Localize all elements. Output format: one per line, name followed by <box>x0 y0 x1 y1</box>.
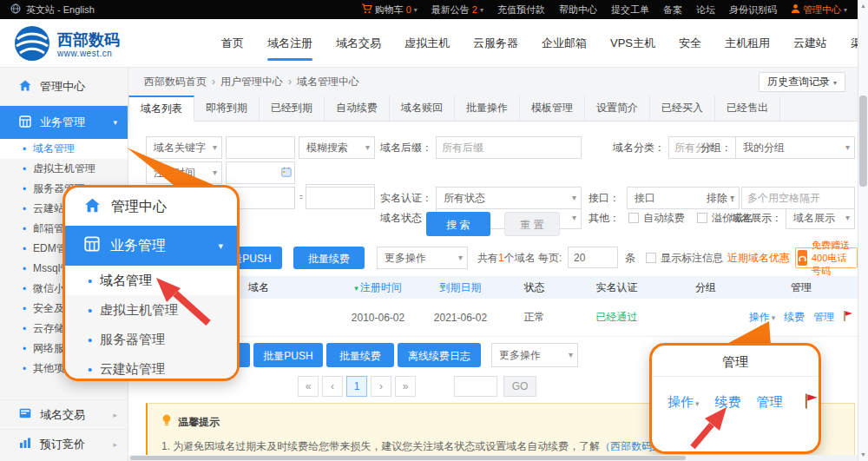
page-next-button[interactable]: › <box>371 376 391 397</box>
sidebar-submenu-item[interactable]: 域名管理 <box>0 139 128 159</box>
topbar-link[interactable]: 提交工单 <box>611 3 649 16</box>
brand-logo[interactable]: 西部数码 www.west.cn <box>14 25 120 64</box>
keyword-input[interactable] <box>226 136 295 159</box>
cell-realname-status: 已经通过 <box>567 310 667 325</box>
per-page-input[interactable] <box>568 247 618 268</box>
more-actions-select-2[interactable]: 更多操作 <box>491 343 578 367</box>
tab-item[interactable]: 模板管理 <box>520 95 585 121</box>
cell-status: 正常 <box>502 310 567 325</box>
popup-action-dropdown[interactable]: 操作▾ <box>667 394 700 411</box>
nav-item[interactable]: 云服务器 <box>473 19 518 68</box>
page-jump-input[interactable] <box>454 376 497 397</box>
nav-item[interactable]: 主机租用 <box>725 19 770 68</box>
page-last-button[interactable]: » <box>395 376 416 397</box>
tab-item[interactable]: 自动续费 <box>325 95 390 121</box>
page-prev-button[interactable]: ‹ <box>322 376 343 397</box>
nav-item[interactable]: 域名注册 <box>267 19 312 68</box>
vertical-scrollbar[interactable]: ▲ ▼ <box>858 0 868 461</box>
nav-item[interactable]: 虚拟主机 <box>404 19 450 68</box>
regtime-select[interactable]: 注册时间 <box>146 161 222 184</box>
page-go-button[interactable]: GO <box>503 376 536 397</box>
fuzzy-search-select[interactable]: 模糊搜索 <box>299 136 375 159</box>
bar-chart-icon <box>19 438 31 451</box>
popup-submenu-item[interactable]: 服务器管理 <box>65 325 237 354</box>
tab-item[interactable]: 即将到期 <box>194 95 260 121</box>
nav-item[interactable]: 云建站 <box>793 19 827 68</box>
cart-button[interactable]: 购物车 0 ▾ <box>361 3 418 16</box>
show-note-checkbox[interactable]: 显示标注信息 <box>646 247 723 269</box>
flag-icon[interactable] <box>843 310 853 325</box>
more-actions-select[interactable]: 更多操作 <box>377 247 468 269</box>
popup-renew-link[interactable]: 续费 <box>715 394 741 411</box>
row-action-dropdown[interactable]: 操作▾ <box>749 310 776 325</box>
tab-item[interactable]: 设置简介 <box>585 95 650 121</box>
col-reg-time[interactable]: ▾注册时间 <box>337 280 419 295</box>
group-select[interactable]: 我的分组 <box>735 136 855 159</box>
tab-item[interactable]: 已经售出 <box>715 95 780 121</box>
nav-item[interactable]: 域名交易 <box>336 19 381 68</box>
sidebar-item-domain-trade[interactable]: 域名交易 ▸ <box>0 399 128 429</box>
nav-item[interactable]: 企业邮箱 <box>542 19 587 68</box>
tab-item[interactable]: 批量操作 <box>455 95 520 121</box>
batch-renew-button-2[interactable]: 批量续费 <box>326 343 394 367</box>
sidebar-item-auction[interactable]: 预订竞价 ▸ <box>0 429 128 458</box>
date-to-input2[interactable] <box>306 187 375 209</box>
keyword-type-select[interactable]: 域名关键字 <box>146 136 222 159</box>
sidebar-group-business[interactable]: 业务管理 ▾ <box>0 106 128 139</box>
language-switch[interactable]: 英文站 - English <box>26 3 95 16</box>
popup-submenu-label: 服务器管理 <box>100 332 165 348</box>
sidebar-submenu-item[interactable]: 虚拟主机管理 <box>0 159 128 179</box>
popup-submenu-item[interactable]: 虚拟主机管理 <box>65 295 237 325</box>
breadcrumb-separator: › <box>212 68 215 95</box>
col-manage: 管理 <box>745 280 858 295</box>
col-expire-date[interactable]: 到期日期 <box>419 280 502 295</box>
topbar-link[interactable]: 身份识别码 <box>729 3 777 16</box>
exclude-input[interactable] <box>741 187 855 209</box>
search-button[interactable]: 搜 索 <box>426 212 490 236</box>
popup-business-group[interactable]: 业务管理 ▾ <box>65 226 237 266</box>
row-renew-link[interactable]: 续费 <box>784 310 805 325</box>
nav-item[interactable]: 首页 <box>221 19 244 68</box>
promo-400-badge[interactable]: 免费赠送400电话号码 <box>795 247 858 268</box>
batch-push-button-2[interactable]: 批量PUSH <box>253 343 323 367</box>
breadcrumb-row: 西部数码首页 › 用户管理中心 › 域名管理中心 历史查询记录▾ <box>128 68 858 95</box>
date-from-input[interactable] <box>226 161 295 184</box>
nav-item[interactable]: VPS主机 <box>610 19 655 68</box>
offline-renew-log-button[interactable]: 离线续费日志 <box>398 343 481 367</box>
scrollbar-thumb[interactable] <box>130 456 686 460</box>
sidebar-item-management-center[interactable]: 管理中心 <box>0 68 128 106</box>
popup-manage-link[interactable]: 管理 <box>757 394 783 411</box>
tab-item[interactable]: 域名列表 <box>128 95 194 122</box>
suffix-input[interactable] <box>436 136 582 159</box>
horizontal-scrollbar[interactable] <box>128 455 858 461</box>
scrollbar-thumb[interactable] <box>859 95 867 187</box>
popup-management-center[interactable]: 管理中心 <box>65 188 237 226</box>
grid-icon <box>84 236 100 255</box>
page-first-button[interactable]: « <box>298 376 319 397</box>
scroll-up-icon[interactable]: ▲ <box>858 1 868 11</box>
tab-item[interactable]: 域名赎回 <box>390 95 455 121</box>
topbar-link[interactable]: 充值预付款 <box>497 3 545 16</box>
page-number-current[interactable]: 1 <box>346 376 367 397</box>
tab-item[interactable]: 已经买入 <box>650 95 715 121</box>
batch-renew-button[interactable]: 批量续费 <box>293 247 365 269</box>
history-query-button[interactable]: 历史查询记录▾ <box>759 72 845 92</box>
popup-submenu-label: 虚拟主机管理 <box>100 302 178 319</box>
row-manage-link[interactable]: 管理 <box>813 310 834 325</box>
topbar-link[interactable]: 备案 <box>663 3 682 16</box>
topbar-link[interactable]: 论坛 <box>696 3 715 16</box>
breadcrumb-user-center[interactable]: 用户管理中心 <box>220 68 283 95</box>
popup-submenu-item[interactable]: 云建站管理 <box>65 354 237 381</box>
realname-select[interactable]: 所有状态 <box>436 187 582 209</box>
reset-button[interactable]: 重 置 <box>504 212 560 236</box>
tab-item[interactable]: 已经到期 <box>260 95 325 121</box>
promo-link[interactable]: 近期域名优惠 <box>727 247 790 269</box>
scroll-down-icon[interactable]: ▼ <box>858 450 868 460</box>
announcement-button[interactable]: 最新公告 2 ▾ <box>431 3 483 16</box>
popup-submenu-item[interactable]: 域名管理 <box>65 266 237 295</box>
topbar-link[interactable]: 帮助中心 <box>559 3 597 16</box>
main-nav: 首页 域名注册 域名交易 虚拟主机 云服务器 企业邮箱 VPS主机 安全 主机租… <box>221 19 868 68</box>
nav-item[interactable]: 安全 <box>679 19 701 68</box>
breadcrumb-home[interactable]: 西部数码首页 <box>144 68 207 95</box>
account-menu[interactable]: 管理中心 ▾ <box>791 3 847 16</box>
